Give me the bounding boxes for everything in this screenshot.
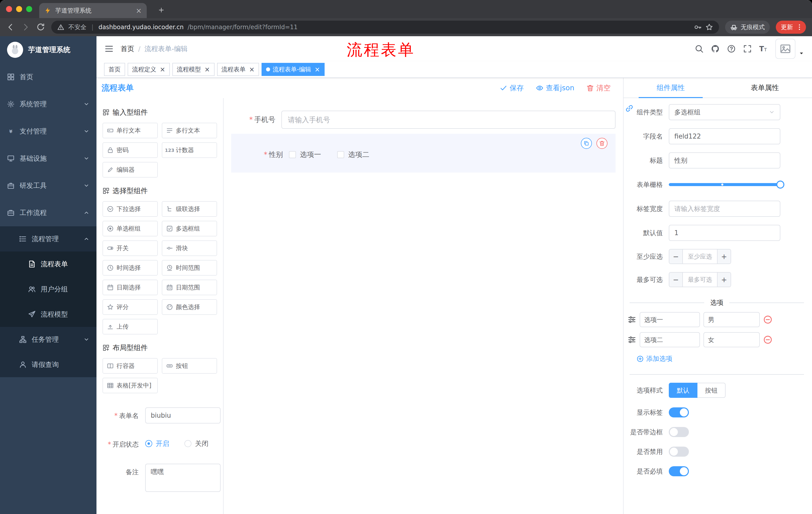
form-canvas[interactable]: 手机号 性别 [224, 98, 623, 514]
reload-icon[interactable] [36, 23, 45, 32]
key-icon[interactable] [694, 23, 701, 31]
option-value-input[interactable] [703, 332, 760, 347]
sidebar-item-user-group[interactable]: 用户分组 [0, 277, 96, 302]
close-icon[interactable]: × [204, 66, 210, 73]
tab-form-props[interactable]: 表单属性 [718, 78, 812, 98]
tab-component-props[interactable]: 组件属性 [624, 78, 718, 98]
update-button[interactable]: 更新 [776, 21, 806, 34]
palette-item[interactable]: 级联选择 [162, 201, 217, 217]
search-icon[interactable] [695, 45, 703, 53]
decrease-button[interactable]: − [669, 273, 683, 287]
sidebar-logo[interactable]: 芋道管理系统 [0, 36, 96, 63]
title-input[interactable] [669, 153, 780, 168]
palette-item[interactable]: 密码 [103, 142, 158, 158]
sidebar-item-payment-management[interactable]: ¥支付管理 [0, 118, 96, 145]
palette-item[interactable]: 多选框组 [162, 221, 217, 236]
checkbox-option-1[interactable]: 选项一 [289, 150, 321, 159]
link-icon[interactable] [625, 104, 634, 113]
palette-item[interactable]: 上传 [103, 319, 158, 334]
palette-item[interactable]: 时间选择 [103, 260, 158, 276]
palette-item[interactable]: 滑块 [162, 240, 217, 256]
close-window-button[interactable] [6, 6, 12, 12]
sidebar-item-process-management[interactable]: 流程管理 [0, 226, 96, 251]
fullscreen-icon[interactable] [743, 45, 752, 53]
phone-input[interactable] [281, 111, 615, 129]
save-button[interactable]: 保存 [500, 83, 524, 93]
phone-field[interactable]: 手机号 [231, 111, 615, 129]
increase-button[interactable]: + [717, 249, 731, 264]
clear-button[interactable]: 清空 [586, 83, 610, 93]
palette-item[interactable]: 开关 [103, 240, 158, 256]
breadcrumb-home[interactable]: 首页 [121, 44, 134, 53]
palette-item[interactable]: 编辑器 [103, 162, 158, 178]
grid-slider[interactable] [669, 177, 780, 193]
tag-流程定义[interactable]: 流程定义× [127, 63, 170, 76]
palette-item[interactable]: 日期选择 [103, 280, 158, 295]
default-value-input[interactable] [669, 225, 780, 241]
close-icon[interactable]: × [160, 66, 165, 73]
sidebar-item-workflow[interactable]: 工作流程 [0, 199, 96, 226]
field-name-input[interactable] [669, 128, 780, 144]
minimize-window-button[interactable] [16, 6, 22, 12]
component-type-select[interactable]: 多选框组 [669, 104, 780, 120]
back-icon[interactable] [6, 23, 15, 32]
copy-widget-button[interactable] [581, 138, 592, 149]
option-label-input[interactable] [640, 332, 700, 347]
sidebar-item-dev-tools[interactable]: 研发工具 [0, 172, 96, 199]
style-button-button[interactable]: 按钮 [697, 383, 726, 398]
palette-item[interactable]: 单行文本 [103, 123, 158, 138]
zoom-window-button[interactable] [26, 6, 32, 12]
new-tab-button[interactable] [155, 3, 168, 17]
slider-handle[interactable] [776, 181, 784, 189]
status-on-radio[interactable]: 开启 [145, 439, 169, 448]
palette-item[interactable]: 多行文本 [162, 123, 217, 138]
option-label-input[interactable] [640, 312, 700, 327]
palette-item[interactable]: 时间范围 [162, 260, 217, 276]
palette-item[interactable]: 表格[开发中] [103, 378, 158, 393]
hamburger-icon[interactable] [105, 44, 114, 53]
tag-流程模型[interactable]: 流程模型× [172, 63, 214, 76]
kebab-menu-icon[interactable] [796, 24, 803, 31]
delete-widget-button[interactable] [597, 138, 608, 149]
close-icon[interactable]: × [315, 66, 320, 73]
forward-icon[interactable] [21, 23, 30, 32]
toggle-disabled[interactable] [669, 447, 689, 457]
close-icon[interactable]: × [249, 66, 255, 73]
form-remark-textarea[interactable]: 嘿嘿 [145, 464, 221, 492]
tag-首页[interactable]: 首页 [104, 63, 125, 76]
form-name-input[interactable] [145, 407, 221, 424]
question-icon[interactable] [727, 45, 736, 53]
min-select-input[interactable] [683, 249, 717, 264]
url-bar[interactable]: 不安全 | dashboard.yudao.iocoder.cn/bpm/man… [51, 21, 719, 34]
sidebar-item-home[interactable]: 首页 [0, 63, 96, 90]
palette-item[interactable]: 日期范围 [162, 280, 217, 295]
style-default-button[interactable]: 默认 [669, 383, 697, 398]
sidebar-item-infrastructure[interactable]: 基础设施 [0, 145, 96, 172]
checkbox-icon[interactable] [289, 151, 296, 158]
palette-item[interactable]: 评分 [103, 299, 158, 315]
max-select-input[interactable] [683, 273, 717, 287]
bookmark-star-icon[interactable] [705, 23, 713, 31]
option-value-input[interactable] [703, 312, 760, 327]
decrease-button[interactable]: − [669, 249, 683, 264]
tab-close-icon[interactable]: × [136, 6, 142, 15]
github-icon[interactable] [711, 45, 720, 53]
sidebar-item-task-management[interactable]: 任务管理 [0, 327, 96, 352]
avatar[interactable] [775, 39, 795, 59]
tag-流程表单-编辑[interactable]: 流程表单-编辑× [262, 63, 324, 76]
sidebar-item-leave-query[interactable]: 请假查询 [0, 352, 96, 377]
checkbox-icon[interactable] [337, 151, 344, 158]
palette-item[interactable]: 颜色选择 [162, 299, 217, 315]
gender-field-selected[interactable]: 性别 选项一 选项二 [231, 134, 615, 172]
toggle-required[interactable] [669, 466, 689, 476]
palette-item[interactable]: 按钮 [162, 358, 217, 374]
palette-item[interactable]: 下拉选择 [103, 201, 158, 217]
browser-tab[interactable]: 芋道管理系统 × [39, 3, 147, 18]
increase-button[interactable]: + [717, 273, 731, 287]
tag-流程表单[interactable]: 流程表单× [217, 63, 259, 76]
view-json-button[interactable]: 查看json [536, 83, 574, 93]
caret-down-icon[interactable] [799, 51, 804, 56]
palette-item[interactable]: 单选框组 [103, 221, 158, 236]
remove-option-button[interactable] [763, 315, 772, 324]
palette-item[interactable]: 行容器 [103, 358, 158, 374]
